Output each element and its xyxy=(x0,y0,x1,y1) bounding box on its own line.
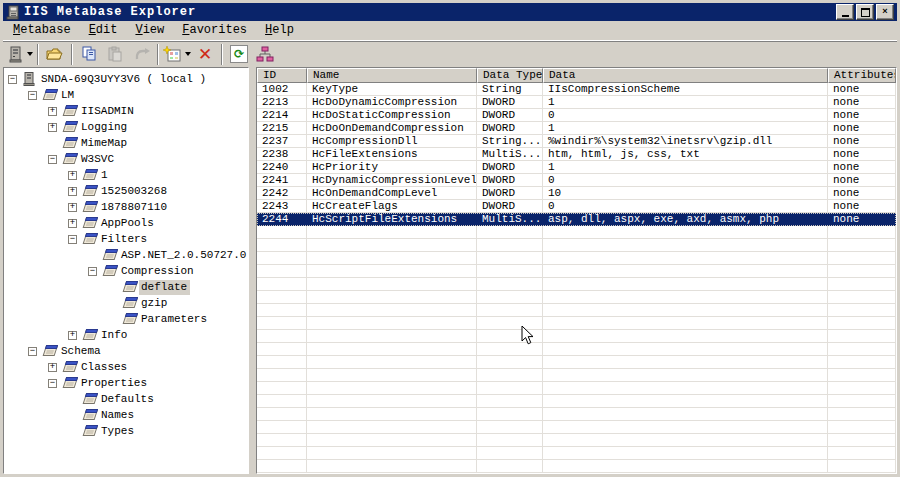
tree-item-apppools[interactable]: +AppPools xyxy=(4,215,248,231)
dropdown-arrow-icon[interactable] xyxy=(27,52,33,56)
empty-cell xyxy=(257,317,307,330)
empty-cell xyxy=(543,447,828,460)
table-row[interactable]: 2243HcCreateFlagsDWORD0none xyxy=(257,200,896,213)
copy-button[interactable] xyxy=(76,42,102,66)
tree-item-iisadmin[interactable]: +IISADMIN xyxy=(4,103,248,119)
column-header-attributes[interactable]: Attributes xyxy=(828,68,896,83)
computer-icon xyxy=(21,72,39,86)
close-button[interactable]: × xyxy=(876,4,894,20)
collapse-icon[interactable]: − xyxy=(88,267,97,276)
tree-item-1878807110[interactable]: +1878807110 xyxy=(4,199,248,215)
table-row[interactable]: 2238HcFileExtensionsMultiS...htm, html, … xyxy=(257,148,896,161)
maximize-button[interactable] xyxy=(856,4,874,20)
table-row[interactable]: 2242HcOnDemandCompLevelDWORD10none xyxy=(257,187,896,200)
expand-icon[interactable]: + xyxy=(68,187,77,196)
tree-item-label: 1 xyxy=(99,168,111,183)
collapse-icon[interactable]: − xyxy=(48,379,57,388)
tree-item-w3svc[interactable]: −W3SVC xyxy=(4,151,248,167)
key-icon xyxy=(61,376,79,390)
empty-table-row xyxy=(257,408,896,421)
key-icon xyxy=(81,328,99,342)
tree-item-types[interactable]: Types xyxy=(4,423,248,439)
delete-button[interactable]: ✕ xyxy=(192,42,218,66)
empty-cell xyxy=(543,421,828,434)
titlebar: IIS Metabase Explorer × xyxy=(3,3,897,21)
column-header-name[interactable]: Name xyxy=(307,68,477,83)
tree-item-classes[interactable]: +Classes xyxy=(4,359,248,375)
new-key-button[interactable] xyxy=(162,42,192,66)
expand-icon[interactable]: + xyxy=(68,171,77,180)
empty-cell xyxy=(477,369,543,382)
connect-button[interactable] xyxy=(6,42,34,66)
empty-cell xyxy=(477,447,543,460)
empty-cell xyxy=(543,226,828,239)
panel-splitter[interactable] xyxy=(249,67,256,474)
column-header-data-type[interactable]: Data Type xyxy=(477,68,543,83)
table-row[interactable]: 2214HcDoStaticCompressionDWORD0none xyxy=(257,109,896,122)
cell-attributes: none xyxy=(828,96,896,109)
column-header-id[interactable]: ID xyxy=(257,68,307,83)
menu-item-favorites[interactable]: Favorites xyxy=(173,22,256,39)
hierarchy-button[interactable] xyxy=(252,42,278,66)
cell-name: HcDynamicCompressionLevel xyxy=(307,174,477,187)
collapse-icon[interactable]: − xyxy=(48,155,57,164)
empty-cell xyxy=(477,317,543,330)
refresh-button[interactable]: ⟳ xyxy=(226,42,252,66)
tree-indent xyxy=(4,167,68,183)
expand-icon[interactable]: + xyxy=(68,203,77,212)
tree-item-compression[interactable]: −Compression xyxy=(4,263,248,279)
menu-item-label: iew xyxy=(143,23,165,37)
tree-item-schema[interactable]: −Schema xyxy=(4,343,248,359)
empty-cell xyxy=(257,343,307,356)
cell-data: 0 xyxy=(543,174,828,187)
table-row[interactable]: 2215HcDoOnDemandCompressionDWORD1none xyxy=(257,122,896,135)
menu-item-edit[interactable]: Edit xyxy=(80,22,127,39)
empty-cell xyxy=(828,304,896,317)
column-header-data[interactable]: Data xyxy=(543,68,828,83)
tree-item-label: LM xyxy=(59,88,77,103)
tree-item-properties[interactable]: −Properties xyxy=(4,375,248,391)
dropdown-arrow-icon[interactable] xyxy=(185,52,191,56)
collapse-icon[interactable]: − xyxy=(8,75,17,84)
tree-item-defaults[interactable]: Defaults xyxy=(4,391,248,407)
collapse-icon[interactable]: − xyxy=(68,235,77,244)
expand-icon[interactable]: + xyxy=(48,107,57,116)
empty-cell xyxy=(828,473,896,474)
table-row[interactable]: 2213HcDoDynamicCompressionDWORD1none xyxy=(257,96,896,109)
table-row[interactable]: 1002KeyTypeStringIIsCompressionSchemenon… xyxy=(257,83,896,96)
tree-item-mimemap[interactable]: MimeMap xyxy=(4,135,248,151)
tree-item-asp-net-2-0-50727-0[interactable]: ASP.NET_2.0.50727.0 xyxy=(4,247,248,263)
tree-item-1525003268[interactable]: +1525003268 xyxy=(4,183,248,199)
table-row[interactable]: 2241HcDynamicCompressionLevelDWORD0none xyxy=(257,174,896,187)
tree-item-1[interactable]: +1 xyxy=(4,167,248,183)
menu-item-hotkey: E xyxy=(89,23,96,37)
minimize-button[interactable] xyxy=(836,4,854,20)
collapse-icon[interactable]: − xyxy=(28,91,37,100)
expand-icon[interactable]: + xyxy=(68,219,77,228)
tree-item-filters[interactable]: −Filters xyxy=(4,231,248,247)
table-row[interactable]: 2240HcPriorityDWORD1none xyxy=(257,161,896,174)
empty-cell xyxy=(477,226,543,239)
menu-item-metabase[interactable]: Metabase xyxy=(4,22,80,39)
collapse-icon[interactable]: − xyxy=(28,347,37,356)
tree-item-gzip[interactable]: gzip xyxy=(4,295,248,311)
table-row[interactable]: 2237HcCompressionDllString...%windir%\sy… xyxy=(257,135,896,148)
tree-item-parameters[interactable]: Parameters xyxy=(4,311,248,327)
tree-indent xyxy=(4,311,108,327)
tree-item-snda-69q3uyy3v6-local[interactable]: −SNDA-69Q3UYY3V6 ( local ) xyxy=(4,71,248,87)
expand-icon[interactable]: + xyxy=(68,331,77,340)
tree-item-info[interactable]: +Info xyxy=(4,327,248,343)
tree-item-names[interactable]: Names xyxy=(4,407,248,423)
menu-item-view[interactable]: View xyxy=(126,22,173,39)
open-button[interactable] xyxy=(42,42,68,66)
menu-item-help[interactable]: Help xyxy=(256,22,303,39)
expander-slot: − xyxy=(48,379,61,388)
expand-icon[interactable]: + xyxy=(48,123,57,132)
tree-item-deflate[interactable]: deflate xyxy=(4,279,248,295)
key-icon xyxy=(61,152,79,166)
empty-table-row xyxy=(257,382,896,395)
tree-item-logging[interactable]: +Logging xyxy=(4,119,248,135)
table-row[interactable]: 2244HcScriptFileExtensionsMultiS...asp, … xyxy=(257,213,896,226)
tree-item-lm[interactable]: −LM xyxy=(4,87,248,103)
expand-icon[interactable]: + xyxy=(48,363,57,372)
